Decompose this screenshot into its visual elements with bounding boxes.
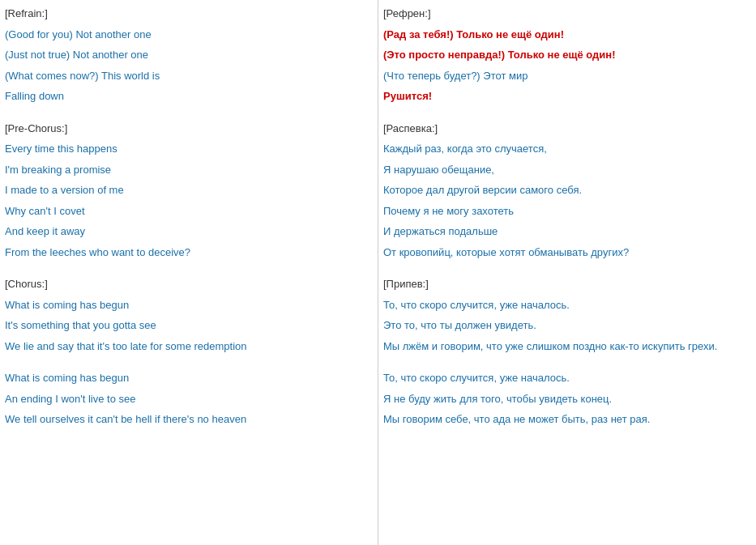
line: Которое дал другой версии самого себя. — [383, 180, 751, 201]
line: Falling down — [5, 86, 373, 107]
line: It's something that you gotta see — [5, 315, 373, 336]
line: [Распевка:] — [383, 118, 751, 139]
line: (Рад за тебя!) Только не ещё один! — [383, 24, 751, 45]
line: То, что скоро случится, уже началось. — [383, 368, 751, 389]
line: Мы говорим себе, что ада не может быть, … — [383, 409, 751, 430]
line: [Припев:] — [383, 274, 751, 295]
line: То, что скоро случится, уже началось. — [383, 295, 751, 316]
line: (What comes now?) This world is — [5, 66, 373, 87]
line: We lie and say that it's too late for so… — [5, 336, 373, 357]
line: [Pre-Chorus:] — [5, 118, 373, 139]
line — [5, 262, 373, 274]
line: I made to a version of me — [5, 180, 373, 201]
line: Каждый раз, когда это случается, — [383, 138, 751, 160]
left-column: [Refrain:](Good for you) Not another one… — [0, 0, 378, 545]
line: [Refrain:] — [5, 3, 373, 24]
line: I'm breaking a promise — [5, 160, 373, 181]
line — [383, 356, 751, 368]
line — [5, 356, 373, 368]
line — [5, 107, 373, 118]
line: What is coming has begun — [5, 295, 373, 316]
line: Why can't I covet — [5, 201, 373, 222]
line: [Chorus:] — [5, 274, 373, 295]
line: Every time this happens — [5, 138, 373, 160]
line: An ending I won't live to see — [5, 389, 373, 410]
line: Я не буду жить для того, чтобы увидеть к… — [383, 389, 751, 410]
line: (Это просто неправда!) Только не ещё оди… — [383, 45, 751, 66]
line: Почему я не могу захотеть — [383, 201, 751, 222]
right-column: [Рефрен:](Рад за тебя!) Только не ещё од… — [378, 0, 756, 545]
line: Мы лжём и говорим, что уже слишком поздн… — [383, 336, 751, 357]
line: (Что теперь будет?) Этот мир — [383, 66, 751, 87]
line: What is coming has begun — [5, 368, 373, 389]
line: Я нарушаю обещание, — [383, 160, 751, 181]
line: И держаться подальше — [383, 221, 751, 242]
line — [383, 262, 751, 274]
line: And keep it away — [5, 221, 373, 242]
line: Это то, что ты должен увидеть. — [383, 315, 751, 336]
line: [Рефрен:] — [383, 3, 751, 24]
line: From the leeches who want to deceive? — [5, 242, 373, 263]
line: (Just not true) Not another one — [5, 45, 373, 66]
lyrics-container: [Refrain:](Good for you) Not another one… — [0, 0, 756, 545]
line — [383, 107, 751, 118]
line: Рушится! — [383, 86, 751, 107]
line: We tell ourselves it can't be hell if th… — [5, 409, 373, 430]
line: (Good for you) Not another one — [5, 24, 373, 45]
line: От кровопийц, которые хотят обманывать д… — [383, 242, 751, 263]
